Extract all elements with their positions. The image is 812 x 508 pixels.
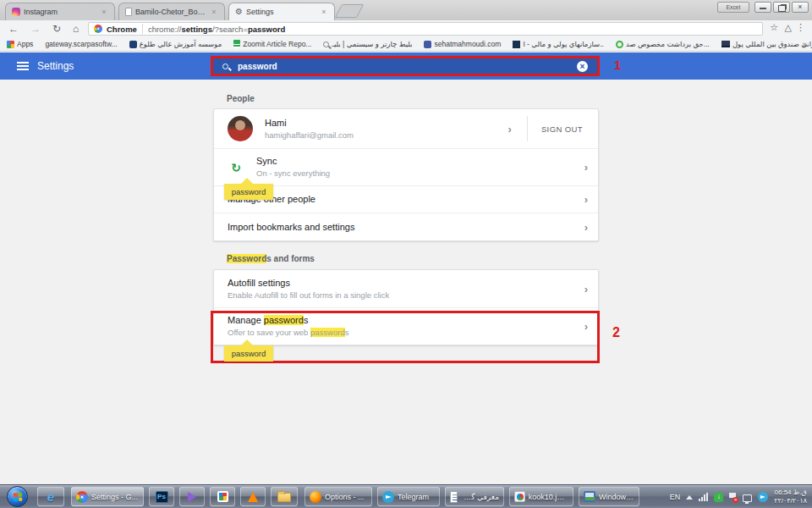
- hamburger-menu-icon[interactable]: [17, 62, 29, 70]
- taskbar-word-doc[interactable]: معرفي گوش...: [445, 487, 504, 506]
- restore-button[interactable]: [773, 2, 790, 13]
- url-query: /?search=: [212, 25, 248, 34]
- bookmark-star-icon[interactable]: ☆: [770, 22, 778, 33]
- clock-date: ۲۲/۰۴/۲۰۱۸: [774, 497, 807, 505]
- close-window-button[interactable]: [792, 2, 809, 13]
- bank-favicon-icon: [721, 41, 730, 47]
- hidden-icons-chevron-icon[interactable]: [686, 495, 693, 500]
- autofill-row[interactable]: Autofill settings Enable Autofill to fil…: [214, 270, 598, 307]
- tab-instagram[interactable]: Instagram: [5, 3, 115, 20]
- bookmark-label: Apps: [17, 40, 33, 48]
- taskbar-chrome[interactable]: Settings - G...: [71, 487, 144, 506]
- menu-icon[interactable]: ⋮: [796, 22, 805, 33]
- bookmark-moasese[interactable]: موسسه آموزش عالي طلوع: [129, 40, 222, 48]
- close-icon[interactable]: [100, 8, 108, 16]
- bookmark-bilit[interactable]: بليط چارتر و سيستمي | بليـ: [323, 40, 412, 48]
- close-icon[interactable]: [210, 8, 218, 16]
- back-icon[interactable]: ←: [8, 21, 19, 36]
- address-bar[interactable]: Chrome chrome://settings/?search=passwor…: [88, 22, 763, 36]
- sync-row[interactable]: Sync On - sync everything: [214, 148, 598, 185]
- sync-subtitle: On - sync everything: [256, 168, 330, 179]
- autofill-texts: Autofill settings Enable Autofill to fil…: [228, 278, 389, 301]
- bookmark-sehat[interactable]: sehatmahmoudi.com: [424, 40, 501, 48]
- chrome-icon: [76, 491, 88, 503]
- import-row[interactable]: Import bookmarks and settings: [214, 213, 598, 240]
- network-pc-icon[interactable]: [743, 494, 752, 502]
- clock[interactable]: 06:54 ق.ظ ۲۲/۰۴/۲۰۱۸: [774, 489, 807, 505]
- search-input[interactable]: password: [238, 62, 277, 71]
- vlc-cone-icon: [248, 492, 258, 502]
- download-manager-icon[interactable]: [714, 493, 723, 502]
- bookmark-sazman[interactable]: سازمانهاي پولي و مالي - ا..: [513, 40, 604, 48]
- photo-viewer-icon: [584, 491, 595, 502]
- bookmark-haghe-bardasht[interactable]: حق برداشت مخصوص صد...: [616, 40, 710, 48]
- bookmark-label: حق برداشت مخصوص صد...: [626, 40, 710, 48]
- tab-title: Settings: [246, 8, 316, 16]
- tab-strip: Instagram Bamilo-Chetor_Booklet.p... Set…: [0, 0, 812, 20]
- taskbar-firefox-label: Options - ...: [325, 493, 365, 501]
- language-indicator[interactable]: EN: [670, 493, 681, 501]
- chevron-right-icon: [584, 161, 588, 174]
- taskbar-firefox[interactable]: Options - ...: [304, 487, 372, 506]
- green-doc-favicon-icon: [233, 40, 240, 48]
- sign-out-wrap: SIGN OUT: [527, 116, 588, 141]
- reload-icon[interactable]: ↻: [52, 21, 61, 36]
- bookmark-zoomit[interactable]: Zoomit Article Repo...: [233, 40, 311, 48]
- telegram-tray-icon[interactable]: [758, 492, 768, 502]
- minimize-button[interactable]: [754, 2, 771, 13]
- home-icon[interactable]: ⌂: [73, 21, 79, 36]
- extension-icon[interactable]: △: [785, 22, 792, 33]
- bookmark-label: gateway.scarpasoftw...: [45, 40, 117, 48]
- internet-explorer-icon: e: [47, 489, 54, 504]
- tab-bamilo[interactable]: Bamilo-Chetor_Booklet.p...: [118, 3, 225, 20]
- start-button[interactable]: [7, 486, 28, 507]
- document-icon: [125, 8, 132, 16]
- taskbar-kook-label: kook10.jpg ...: [529, 493, 568, 501]
- chevron-right-icon: [508, 123, 512, 135]
- color-grid-icon: [217, 491, 228, 502]
- account-row[interactable]: Hami hamighaffari@gmail.com SIGN OUT: [214, 109, 598, 148]
- browser-toolbar: ← → ↻ ⌂ Chrome chrome://settings/?search…: [0, 20, 812, 37]
- taskbar-word-label: معرفي گوش...: [461, 493, 499, 501]
- taskbar-vlc[interactable]: [240, 487, 266, 506]
- taskbar-photoshop[interactable]: Ps: [149, 487, 174, 506]
- bookmarks-overflow-chevron[interactable]: »: [802, 40, 807, 49]
- sign-out-button[interactable]: SIGN OUT: [541, 124, 583, 134]
- bookmark-label: نگراني صندوق بين المللي پول: [732, 40, 812, 48]
- account-texts: Hami hamighaffari@gmail.com: [265, 118, 354, 141]
- search-icon: [222, 64, 228, 69]
- sync-icon: [228, 161, 244, 174]
- clear-search-icon[interactable]: [577, 61, 588, 72]
- account-email: hamighaffari@gmail.com: [265, 130, 354, 141]
- new-tab-button[interactable]: [335, 4, 365, 18]
- passwords-section-label: Passwords and forms: [227, 254, 315, 263]
- tab-settings[interactable]: Settings: [228, 3, 335, 20]
- taskbar: e Settings - G... Ps Options - ... Teleg…: [0, 484, 812, 508]
- taskbar-image-kook[interactable]: kook10.jpg ...: [509, 487, 573, 506]
- settings-header: Settings password 1: [0, 52, 812, 80]
- bookmark-label: sehatmahmoudi.com: [434, 40, 501, 48]
- titlebar-plugin-button[interactable]: Excel: [717, 2, 749, 13]
- taskbar-explorer[interactable]: [271, 487, 298, 506]
- network-signal-icon[interactable]: [699, 493, 708, 501]
- search-match-tooltip: password: [224, 184, 273, 200]
- chevron-right-icon: [584, 221, 588, 234]
- bookmark-negarani[interactable]: نگراني صندوق بين المللي پول: [721, 40, 812, 48]
- forward-icon[interactable]: →: [30, 21, 41, 36]
- settings-search-box[interactable]: password: [211, 56, 600, 76]
- taskbar-app-grid[interactable]: [210, 487, 235, 506]
- tab-title: Instagram: [24, 8, 96, 16]
- photoshop-icon: Ps: [156, 491, 168, 503]
- chevron-right-icon: [584, 283, 588, 295]
- taskbar-ie[interactable]: e: [37, 487, 64, 506]
- telegram-icon: [382, 491, 394, 503]
- close-icon[interactable]: [320, 8, 328, 16]
- taskbar-media-player[interactable]: [179, 487, 205, 506]
- autofill-title: Autofill settings: [228, 278, 389, 289]
- taskbar-telegram[interactable]: Telegram: [377, 487, 440, 506]
- taskbar-photo-viewer[interactable]: Windows ...: [579, 487, 639, 506]
- bookmark-gateway[interactable]: gateway.scarpasoftw...: [45, 40, 117, 48]
- bookmark-apps[interactable]: Apps: [7, 40, 33, 48]
- people-card: Hami hamighaffari@gmail.com SIGN OUT Syn…: [213, 108, 599, 241]
- action-center-flag-icon[interactable]: [729, 493, 737, 502]
